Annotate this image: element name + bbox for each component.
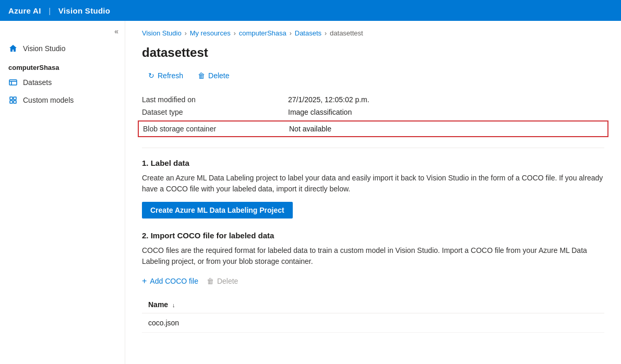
custom-models-icon (8, 95, 18, 105)
prop-blob-storage-value: Not available (289, 125, 331, 133)
datasets-icon (8, 78, 18, 87)
prop-last-modified-label: Last modified on (142, 95, 288, 104)
sidebar-collapse-button[interactable]: « (0, 25, 125, 40)
section1-description: Create an Azure ML Data Labeling project… (142, 173, 604, 195)
topbar-brand: Azure AI | Vision Studio (8, 6, 110, 15)
sidebar-item-vision-studio[interactable]: Vision Studio (0, 40, 125, 57)
page-title: datasettest (142, 45, 604, 60)
breadcrumb-sep-4: › (325, 30, 327, 37)
delete-label: Delete (208, 71, 229, 80)
prop-blob-storage: Blob storage container Not available (138, 120, 608, 137)
breadcrumb-sep-1: › (185, 30, 187, 37)
main-layout: « Vision Studio computerShasa Datasets (0, 21, 621, 364)
properties-section: Last modified on 27/1/2025, 12:05:02 p.m… (142, 93, 604, 148)
refresh-icon: ↻ (148, 71, 154, 80)
delete-coco-label: Delete (217, 277, 238, 285)
delete-coco-button: 🗑 Delete (207, 275, 238, 287)
prop-dataset-type-label: Dataset type (142, 108, 288, 116)
section-import-coco: 2. Import COCO file for labeled data COC… (142, 231, 604, 333)
coco-files-table: Name ↓ coco.json (142, 296, 604, 333)
home-icon (8, 44, 18, 53)
topbar: Azure AI | Vision Studio (0, 0, 621, 21)
sidebar-item-custom-models[interactable]: Custom models (0, 91, 125, 109)
content-area: Vision Studio › My resources › computerS… (125, 21, 621, 364)
table-col-name-label: Name (148, 300, 168, 309)
collapse-icon: « (114, 27, 118, 35)
sidebar-datasets-label: Datasets (23, 78, 52, 87)
breadcrumb-vision-studio[interactable]: Vision Studio (142, 29, 182, 37)
section-label-data: 1. Label data Create an Azure ML Data La… (142, 159, 604, 219)
table-col-name[interactable]: Name ↓ (142, 296, 604, 313)
trash-icon: 🗑 (207, 277, 214, 285)
prop-dataset-type: Dataset type Image classification (142, 106, 604, 118)
create-labeling-project-button[interactable]: Create Azure ML Data Labeling Project (142, 202, 293, 219)
svg-rect-5 (10, 101, 13, 103)
topbar-product: Vision Studio (58, 6, 110, 15)
topbar-separator: | (49, 6, 51, 15)
section2-description: COCO files are the required format for l… (142, 245, 604, 267)
delete-icon: 🗑 (198, 71, 205, 80)
prop-last-modified: Last modified on 27/1/2025, 12:05:02 p.m… (142, 93, 604, 106)
svg-rect-0 (9, 80, 17, 85)
refresh-label: Refresh (158, 71, 183, 80)
topbar-azure-ai: Azure AI (8, 6, 41, 15)
add-coco-label: Add COCO file (150, 277, 198, 285)
breadcrumb-my-resources[interactable]: My resources (190, 29, 231, 37)
section2-title: 2. Import COCO file for labeled data (142, 231, 604, 240)
section1-title: 1. Label data (142, 159, 604, 167)
svg-rect-6 (14, 101, 16, 103)
refresh-button[interactable]: ↻ Refresh (142, 68, 189, 83)
breadcrumb-sep-3: › (290, 30, 292, 37)
breadcrumb-datasets[interactable]: Datasets (295, 29, 321, 37)
breadcrumb: Vision Studio › My resources › computerS… (142, 21, 604, 41)
breadcrumb-current: datasettest (330, 29, 363, 37)
table-cell-name: coco.json (142, 313, 604, 333)
svg-rect-3 (10, 97, 13, 100)
sort-icon: ↓ (172, 302, 175, 308)
table-row[interactable]: coco.json (142, 313, 604, 333)
prop-dataset-type-value: Image classification (288, 108, 352, 116)
add-coco-file-button[interactable]: + Add COCO file (142, 274, 198, 288)
sidebar-item-datasets[interactable]: Datasets (0, 74, 125, 91)
sidebar-vision-studio-label: Vision Studio (23, 44, 65, 53)
prop-blob-storage-label: Blob storage container (143, 125, 289, 133)
sidebar-custom-models-label: Custom models (23, 96, 74, 104)
toolbar: ↻ Refresh 🗑 Delete (142, 68, 604, 83)
delete-button[interactable]: 🗑 Delete (192, 68, 235, 83)
prop-last-modified-value: 27/1/2025, 12:05:02 p.m. (288, 95, 369, 104)
sidebar: « Vision Studio computerShasa Datasets (0, 21, 125, 364)
add-icon: + (142, 276, 147, 286)
breadcrumb-computer-shasa[interactable]: computerShasa (239, 29, 286, 37)
sidebar-section-title: computerShasa (0, 57, 125, 74)
import-actions: + Add COCO file 🗑 Delete (142, 274, 604, 288)
breadcrumb-sep-2: › (234, 30, 236, 37)
svg-rect-4 (14, 97, 16, 100)
